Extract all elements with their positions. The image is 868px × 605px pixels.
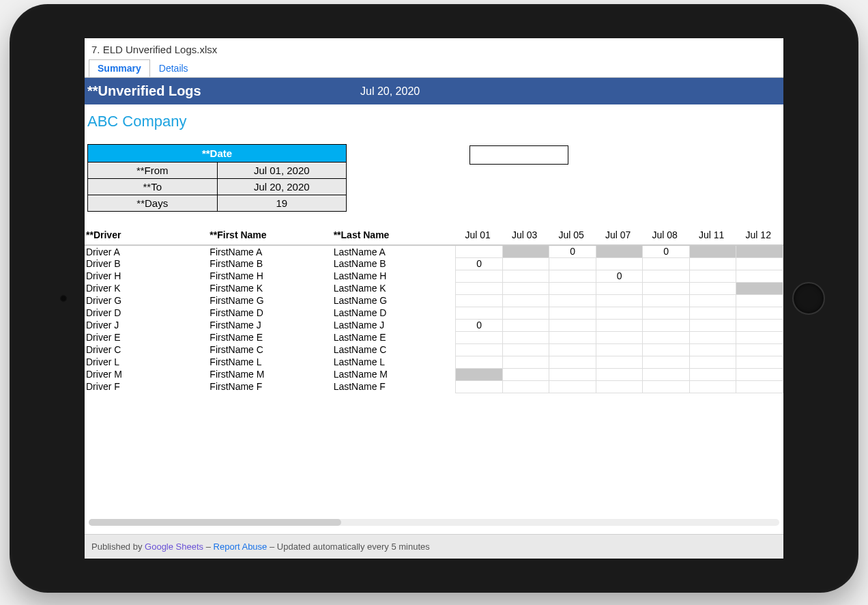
cell-date (689, 331, 736, 343)
cell-date (689, 270, 736, 282)
cell-date (596, 331, 643, 343)
cell-date (549, 257, 596, 270)
tab-summary[interactable]: Summary (89, 59, 150, 77)
cell-date (689, 282, 736, 294)
cell-date (596, 380, 643, 393)
cell-date (549, 282, 596, 294)
report-title: **Unverified Logs (87, 83, 360, 99)
date-range-table: **Date **From Jul 01, 2020 **To Jul 20, … (87, 144, 347, 212)
cell-date: 0 (549, 245, 596, 257)
col-date: Jul 03 (502, 227, 549, 245)
cell-date (456, 245, 503, 257)
cell-date (643, 356, 690, 368)
cell-date (736, 368, 783, 380)
cell-date (736, 282, 783, 294)
cell-driver: Driver D (85, 307, 208, 319)
tab-details[interactable]: Details (150, 59, 197, 77)
cell-last-name: LastName C (332, 343, 456, 356)
cell-date (502, 356, 549, 368)
cell-last-name: LastName G (332, 294, 456, 307)
col-date: Jul 07 (596, 227, 643, 245)
company-name: ABC Company (85, 104, 783, 144)
cell-date (596, 319, 643, 331)
cell-date (549, 270, 596, 282)
table-row: Driver KFirstName KLastName K (85, 282, 783, 294)
cell-date (689, 294, 736, 307)
cell-date (502, 294, 549, 307)
col-date: Jul 12 (736, 227, 783, 245)
cell-date (456, 294, 503, 307)
cell-date (643, 331, 690, 343)
cell-date (456, 282, 503, 294)
to-value: Jul 20, 2020 (217, 179, 347, 195)
cell-last-name: LastName E (332, 331, 456, 343)
cell-date (643, 368, 690, 380)
cell-last-name: LastName K (332, 282, 456, 294)
footer-sep: – (203, 541, 213, 552)
published-by-text: Published by (91, 541, 145, 552)
cell-first-name: FirstName J (208, 319, 332, 331)
cell-date (596, 307, 643, 319)
cell-date (736, 331, 783, 343)
horizontal-scrollbar[interactable] (89, 519, 779, 526)
cell-date (456, 331, 503, 343)
data-grid: **Driver **First Name **Last Name Jul 01… (85, 227, 783, 393)
cell-date (643, 282, 690, 294)
cell-driver: Driver C (85, 343, 208, 356)
cell-date (456, 368, 503, 380)
screen: 7. ELD Unverified Logs.xlsx Summary Deta… (85, 38, 783, 559)
table-row: Driver DFirstName DLastName D (85, 307, 783, 319)
cell-driver: Driver H (85, 270, 208, 282)
table-row: Driver CFirstName CLastName C (85, 343, 783, 356)
cell-date: 0 (456, 319, 503, 331)
cell-date (502, 343, 549, 356)
cell-first-name: FirstName M (208, 368, 332, 380)
cell-date: 0 (596, 270, 643, 282)
cell-date (502, 307, 549, 319)
cell-driver: Driver K (85, 282, 208, 294)
google-sheets-link[interactable]: Google Sheets (145, 541, 203, 552)
from-label: **From (88, 163, 218, 179)
cell-last-name: LastName J (332, 319, 456, 331)
cell-date (643, 343, 690, 356)
cell-date (736, 270, 783, 282)
table-row: Driver JFirstName JLastName J0 (85, 319, 783, 331)
cell-date (689, 245, 736, 257)
cell-date (643, 270, 690, 282)
table-row: Driver AFirstName ALastName A00 (85, 245, 783, 257)
document-title: 7. ELD Unverified Logs.xlsx (85, 38, 783, 58)
scrollbar-thumb[interactable] (89, 519, 341, 526)
cell-last-name: LastName M (332, 368, 456, 380)
cell-date (736, 307, 783, 319)
data-grid-wrap: **Driver **First Name **Last Name Jul 01… (85, 227, 783, 393)
footer-sep: – (267, 541, 276, 552)
table-row: Driver LFirstName LLastName L (85, 356, 783, 368)
cell-driver: Driver L (85, 356, 208, 368)
cell-first-name: FirstName D (208, 307, 332, 319)
cell-first-name: FirstName L (208, 356, 332, 368)
cell-date (689, 307, 736, 319)
cell-first-name: FirstName K (208, 282, 332, 294)
table-row: Driver BFirstName BLastName B0 (85, 257, 783, 270)
date-header: **Date (88, 145, 347, 163)
from-value: Jul 01, 2020 (217, 163, 347, 179)
cell-date (549, 307, 596, 319)
cell-date (456, 270, 503, 282)
cell-date (643, 319, 690, 331)
cell-date (502, 245, 549, 257)
report-abuse-link[interactable]: Report Abuse (214, 541, 267, 552)
report-date: Jul 20, 2020 (360, 85, 420, 98)
cell-date (643, 257, 690, 270)
cell-date (502, 380, 549, 393)
cell-date (549, 343, 596, 356)
table-row: Driver EFirstName ELastName E (85, 331, 783, 343)
grid-header-row: **Driver **First Name **Last Name Jul 01… (85, 227, 783, 245)
cell-first-name: FirstName F (208, 380, 332, 393)
cell-first-name: FirstName B (208, 257, 332, 270)
cell-date (456, 356, 503, 368)
cell-date (456, 343, 503, 356)
table-row: Driver HFirstName HLastName H0 (85, 270, 783, 282)
cell-date (643, 380, 690, 393)
cell-date: 0 (643, 245, 690, 257)
cell-date (689, 343, 736, 356)
